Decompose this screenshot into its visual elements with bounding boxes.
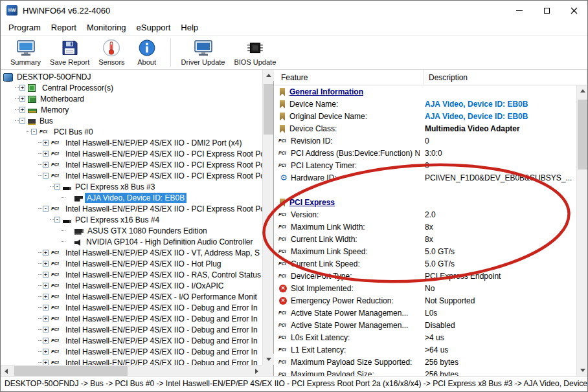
details-row[interactable]: PCIPCI Latency Timer:0 xyxy=(275,159,576,171)
scroll-down-button[interactable] xyxy=(263,354,274,365)
details-row[interactable]: PCIRevision ID:0 xyxy=(275,135,576,147)
sensors-button[interactable]: Sensors xyxy=(94,38,129,67)
tree-item[interactable]: ASUS GTX 1080 Founders Edition xyxy=(1,225,262,236)
scroll-up-button[interactable] xyxy=(263,70,274,81)
expand-toggle[interactable]: + xyxy=(43,338,49,343)
details-row[interactable]: PCIPCI Address (Bus:Device:Function) Nu.… xyxy=(275,147,576,159)
expand-toggle[interactable]: + xyxy=(43,283,49,289)
feature-column-header[interactable]: Feature xyxy=(275,70,424,85)
details-section-row[interactable]: General Information xyxy=(275,85,576,98)
tree-item[interactable]: +PCIIntel Haswell-EN/EP/EP 4S/EX IIO - D… xyxy=(1,357,262,365)
tree-horizontal-scrollbar[interactable] xyxy=(1,365,262,376)
tree-item[interactable]: -PCIPCI Bus #0 xyxy=(1,126,262,137)
scroll-left-button[interactable] xyxy=(1,365,12,376)
tree-item[interactable]: +PCIIntel Haswell-EN/EP/EP 4S/EX IIO - V… xyxy=(1,247,262,258)
details-row[interactable]: Device Class:Multimedia Video Adapter xyxy=(275,122,576,135)
menu-program[interactable]: Program xyxy=(3,21,46,34)
tree-item[interactable]: AJA Video, Device ID: EB0B xyxy=(1,192,262,203)
tree-item[interactable]: +PCIIntel Haswell-EN/EP/EP 4S/EX IIO - R… xyxy=(1,269,262,280)
expand-toggle[interactable]: + xyxy=(43,140,49,146)
details-row[interactable]: PCIMaximum Link Speed:5.0 GT/s xyxy=(275,245,576,257)
expand-toggle[interactable]: + xyxy=(43,261,49,267)
scroll-right-button[interactable] xyxy=(251,365,262,376)
tree-item[interactable]: +PCIIntel Haswell-EN/EP/EP 4S/EX IIO - P… xyxy=(1,159,262,170)
tree-item[interactable]: DESKTOP-50OFNDJ xyxy=(1,71,262,82)
tree-item[interactable]: -Bus xyxy=(1,115,262,126)
tree-item[interactable]: -PCI Express x16 Bus #4 xyxy=(1,214,262,225)
details-row[interactable]: PCICurrent Link Width:8x xyxy=(275,233,576,245)
details-row[interactable]: Device Name:AJA Video, Device ID: EB0B xyxy=(275,98,576,110)
menu-esupport[interactable]: eSupport xyxy=(131,21,176,34)
expand-toggle[interactable]: + xyxy=(43,360,49,365)
tree-item[interactable]: +PCIIntel Haswell-EN/EP/EP 4S/EX IIO - P… xyxy=(1,148,262,159)
scrollbar-thumb[interactable] xyxy=(264,84,273,135)
expand-toggle[interactable]: + xyxy=(19,85,25,91)
description-column-header[interactable]: Description xyxy=(424,70,587,85)
details-row[interactable]: PCIVersion:2.0 xyxy=(275,208,576,221)
details-row[interactable]: PCIMaximum Payload Size:256 bytes xyxy=(275,368,576,376)
details-row[interactable]: PCIL1 Exit Latency:>64 us xyxy=(275,343,576,356)
collapse-toggle[interactable]: - xyxy=(54,184,60,190)
close-button[interactable] xyxy=(560,1,587,20)
details-row[interactable]: PCIMaximum Payload Size Supported:256 by… xyxy=(275,356,576,368)
collapse-toggle[interactable]: - xyxy=(43,206,49,212)
summary-button[interactable]: Summary xyxy=(6,38,45,67)
collapse-toggle[interactable]: - xyxy=(31,129,37,135)
details-section-row[interactable]: PCI Express xyxy=(275,196,576,208)
tree-item[interactable]: +PCIIntel Haswell-EN/EP/EP 4S/EX IIO - I… xyxy=(1,280,262,291)
menu-monitoring[interactable]: Monitoring xyxy=(82,21,131,34)
tree-item[interactable]: +PCIIntel Haswell-EN/EP/EP 4S/EX IIO - H… xyxy=(1,258,262,269)
collapse-toggle[interactable]: - xyxy=(43,173,49,179)
details-row[interactable]: PCICurrent Link Speed:5.0 GT/s xyxy=(275,257,576,270)
tree-item[interactable]: +Motherboard xyxy=(1,93,262,104)
scrollbar-thumb[interactable] xyxy=(14,366,128,376)
expand-toggle[interactable]: + xyxy=(19,107,25,113)
about-button[interactable]: About xyxy=(130,38,164,67)
tree-item[interactable]: -PCIIntel Haswell-EN/EP/EP 4S/EX IIO - P… xyxy=(1,170,262,181)
expand-toggle[interactable]: + xyxy=(43,250,49,256)
scroll-up-button[interactable] xyxy=(577,85,588,96)
save-report-button[interactable]: Save Report xyxy=(45,38,94,67)
expand-toggle[interactable]: + xyxy=(43,349,49,354)
expand-toggle[interactable]: + xyxy=(43,272,49,278)
details-vertical-scrollbar[interactable] xyxy=(576,85,587,376)
tree-item[interactable]: +PCIIntel Haswell-EN/EP/EP 4S/EX IIO - D… xyxy=(1,346,262,357)
tree-item[interactable]: -PCI Express x8 Bus #3 xyxy=(1,181,262,192)
tree-item[interactable]: +PCIIntel Haswell-EN/EP/EP 4S/EX IIO - D… xyxy=(1,313,262,324)
tree-item[interactable]: NVIDIA GP104 - High Definition Audio Con… xyxy=(1,236,262,247)
tree-item[interactable]: -PCIIntel Haswell-EN/EP/EP 4S/EX IIO - P… xyxy=(1,203,262,214)
menu-report[interactable]: Report xyxy=(46,21,82,34)
expand-toggle[interactable]: + xyxy=(43,162,49,168)
scroll-down-button[interactable] xyxy=(577,365,588,376)
tree-item[interactable]: +Central Processor(s) xyxy=(1,82,262,93)
tree-item[interactable]: +PCIIntel Haswell-EN/EP/EP 4S/EX IIO - D… xyxy=(1,335,262,346)
expand-toggle[interactable]: + xyxy=(43,305,49,310)
details-row[interactable]: PCIL0s Exit Latency:>4 us xyxy=(275,331,576,343)
driver-update-button[interactable]: Driver Update xyxy=(177,38,230,67)
details-row[interactable]: PCIMaximum Link Width:8x xyxy=(275,221,576,233)
collapse-toggle[interactable]: - xyxy=(19,118,25,124)
expand-toggle[interactable]: + xyxy=(43,316,49,321)
details-row[interactable]: PCIActive State Power Managemen...L0s xyxy=(275,307,576,319)
maximize-button[interactable] xyxy=(533,1,560,20)
details-row[interactable]: ✕Emergency Power Reduction:Not Supported xyxy=(275,294,576,307)
tree-item[interactable]: +PCIIntel Haswell-EN/EP/EP 4S/EX - I/O P… xyxy=(1,291,262,302)
details-row[interactable]: ⚙Hardware ID:PCI\VEN_F1D0&DEV_EB0B&SUBSY… xyxy=(275,171,576,184)
details-row[interactable]: PCIActive State Power Managemen...Disabl… xyxy=(275,319,576,331)
tree-item[interactable]: +Memory xyxy=(1,104,262,115)
details-row[interactable]: PCIDevice/Port Type:PCI Express Endpoint xyxy=(275,270,576,282)
tree-item[interactable]: +PCIIntel Haswell-EN/EP/EP 4S/EX IIO - D… xyxy=(1,302,262,313)
collapse-toggle[interactable]: - xyxy=(54,217,60,223)
expand-toggle[interactable]: + xyxy=(43,151,49,157)
tree-item[interactable]: +PCIIntel Haswell-EN/EP/EP 4S/EX IIO - D… xyxy=(1,324,262,335)
details-row[interactable]: ✕Slot Implemented:No xyxy=(275,282,576,294)
details-row[interactable]: Original Device Name:AJA Video, Device I… xyxy=(275,110,576,122)
tree-item[interactable]: +PCIIntel Haswell-EN/EP/EP 4S/EX IIO - D… xyxy=(1,137,262,148)
minimize-button[interactable] xyxy=(506,1,533,20)
scrollbar-thumb[interactable] xyxy=(578,100,587,169)
expand-toggle[interactable]: + xyxy=(43,327,49,332)
bios-update-button[interactable]: BIOS Update xyxy=(229,38,280,67)
expand-toggle[interactable]: + xyxy=(19,96,25,102)
menu-help[interactable]: Help xyxy=(175,21,203,34)
tree-vertical-scrollbar[interactable] xyxy=(262,70,273,365)
